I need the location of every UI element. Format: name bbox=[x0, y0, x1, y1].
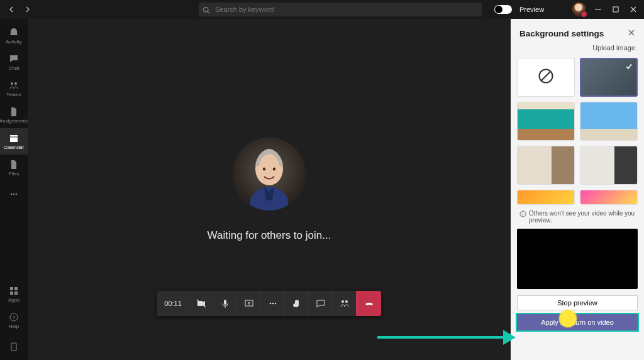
svg-point-22 bbox=[272, 303, 274, 305]
more-actions-button[interactable] bbox=[260, 291, 284, 316]
svg-rect-14 bbox=[11, 343, 16, 351]
svg-point-0 bbox=[204, 8, 209, 13]
sidebar-item-files[interactable]: Files bbox=[0, 155, 28, 181]
svg-point-3 bbox=[14, 82, 17, 85]
sidebar-item-chat[interactable]: Chat bbox=[0, 49, 28, 75]
call-duration: 00:11 bbox=[157, 291, 189, 316]
app-sidebar: Activity Chat Teams Assignments Calendar… bbox=[0, 19, 28, 360]
svg-point-25 bbox=[345, 300, 348, 303]
svg-point-17 bbox=[263, 167, 265, 170]
share-screen-button[interactable] bbox=[236, 291, 260, 316]
background-option-image[interactable] bbox=[517, 146, 575, 185]
sidebar-item-label: Activity bbox=[6, 39, 21, 45]
window-minimize-button[interactable] bbox=[592, 4, 604, 15]
info-icon bbox=[519, 210, 526, 219]
chat-button[interactable] bbox=[308, 291, 332, 316]
participant-avatar bbox=[233, 138, 306, 210]
background-option-image[interactable] bbox=[580, 190, 638, 205]
background-option-image[interactable] bbox=[580, 102, 638, 141]
preview-note: Others won't see your video while you pr… bbox=[511, 205, 644, 229]
stop-preview-button[interactable]: Stop preview bbox=[517, 295, 638, 310]
svg-rect-10 bbox=[10, 292, 13, 295]
svg-rect-9 bbox=[14, 287, 18, 290]
raise-hand-button[interactable] bbox=[284, 291, 308, 316]
search-icon bbox=[203, 5, 210, 16]
panel-close-button[interactable] bbox=[628, 28, 635, 39]
background-option-none[interactable] bbox=[517, 58, 575, 97]
check-icon bbox=[625, 62, 633, 73]
sidebar-item-label: Chat bbox=[9, 65, 19, 71]
preview-toggle[interactable] bbox=[494, 5, 512, 14]
sidebar-item-download[interactable] bbox=[0, 334, 28, 360]
svg-point-23 bbox=[274, 303, 276, 305]
panel-title: Background settings bbox=[519, 29, 604, 38]
background-settings-panel: Background settings Upload image bbox=[511, 19, 644, 360]
call-control-bar: 00:11 bbox=[157, 291, 381, 316]
sidebar-item-label: Help bbox=[9, 324, 19, 329]
svg-point-24 bbox=[341, 300, 344, 303]
preview-toggle-label: Preview bbox=[519, 6, 544, 13]
svg-point-2 bbox=[11, 82, 13, 85]
svg-rect-11 bbox=[14, 292, 18, 295]
window-maximize-button[interactable] bbox=[610, 4, 621, 15]
sidebar-item-help[interactable]: ? Help bbox=[0, 307, 28, 334]
background-option-image[interactable] bbox=[517, 102, 575, 141]
window-close-button[interactable] bbox=[628, 4, 639, 15]
user-avatar[interactable] bbox=[572, 3, 586, 16]
svg-point-7 bbox=[16, 194, 18, 195]
background-option-image[interactable] bbox=[580, 146, 638, 185]
participants-button[interactable] bbox=[332, 291, 356, 316]
camera-toggle-button[interactable] bbox=[189, 291, 213, 316]
svg-point-18 bbox=[273, 167, 275, 170]
meeting-stage: Waiting for others to join... 00:11 bbox=[28, 19, 511, 360]
background-option-blur[interactable] bbox=[580, 58, 638, 97]
svg-point-5 bbox=[11, 194, 13, 195]
sidebar-item-assignments[interactable]: Assignments bbox=[0, 102, 28, 128]
apply-background-button[interactable]: Apply and turn on video bbox=[517, 314, 638, 330]
meeting-status-text: Waiting for others to join... bbox=[208, 229, 331, 242]
sidebar-item-label: Files bbox=[9, 171, 19, 177]
sidebar-item-label: Assignments bbox=[0, 118, 28, 124]
upload-image-button[interactable]: Upload image bbox=[511, 43, 644, 58]
hangup-button[interactable] bbox=[356, 291, 381, 316]
sidebar-item-teams[interactable]: Teams bbox=[0, 75, 28, 102]
search-input[interactable] bbox=[199, 3, 482, 16]
nav-back-button[interactable] bbox=[5, 3, 18, 16]
svg-rect-1 bbox=[613, 7, 618, 12]
svg-rect-4 bbox=[10, 135, 18, 142]
svg-text:?: ? bbox=[13, 315, 16, 320]
svg-point-6 bbox=[13, 194, 15, 195]
sidebar-item-label: Calendar bbox=[4, 145, 24, 150]
sidebar-item-label: Teams bbox=[6, 92, 21, 97]
svg-rect-8 bbox=[10, 287, 13, 290]
none-icon bbox=[537, 67, 555, 87]
mic-toggle-button[interactable] bbox=[213, 291, 236, 316]
sidebar-item-label: Apps bbox=[8, 297, 19, 303]
svg-point-21 bbox=[269, 303, 271, 305]
sidebar-item-more[interactable] bbox=[0, 181, 28, 207]
sidebar-item-activity[interactable]: Activity bbox=[0, 23, 28, 49]
background-option-image[interactable] bbox=[517, 190, 575, 205]
svg-rect-19 bbox=[224, 300, 226, 305]
sidebar-item-apps[interactable]: Apps bbox=[0, 281, 28, 307]
video-preview bbox=[517, 229, 638, 289]
sidebar-item-calendar[interactable]: Calendar bbox=[0, 128, 28, 155]
nav-forward-button[interactable] bbox=[21, 3, 34, 16]
